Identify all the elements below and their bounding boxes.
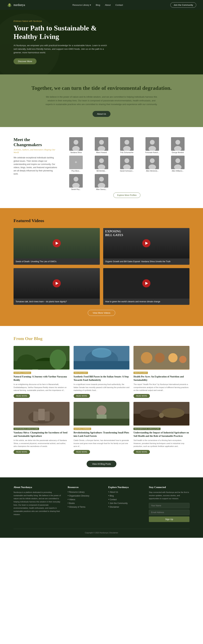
footer-link-join[interactable]: Join the Community bbox=[108, 502, 142, 504]
video-card-1[interactable]: EXPOSINGBILL GATES Organic Growth and Bi… bbox=[103, 228, 190, 265]
nav-resource-library[interactable]: Resource Library ▾ bbox=[72, 4, 91, 6]
blog-card-desc-3: In this article, we delve into the passi… bbox=[14, 439, 70, 448]
footer-grid: About Nurdunya Nurdunya is a platform de… bbox=[14, 486, 190, 522]
svg-point-26 bbox=[150, 158, 154, 163]
footer-link-videos[interactable]: Videos bbox=[68, 498, 102, 501]
changer-plus[interactable]: + Plus More... bbox=[64, 156, 88, 172]
changer-fritz[interactable]: Fritz Schumacher bbox=[115, 137, 138, 154]
svg-point-35 bbox=[99, 177, 104, 182]
changer-howard[interactable]: Albert Howard bbox=[90, 137, 113, 154]
footer-signup-button[interactable]: Sign Up bbox=[149, 516, 190, 522]
blog-card-desc-4: Caleb Omoto, a Kenyan farmer, has demons… bbox=[74, 439, 130, 448]
nav-blog[interactable]: Blog bbox=[96, 4, 100, 6]
svg-rect-53 bbox=[38, 409, 45, 420]
read-more-button-4[interactable]: READ MORE bbox=[74, 450, 90, 454]
blog-card-title-1: Synthetic Food Bill Passes in the Italia… bbox=[74, 375, 130, 382]
hero-section: Embrace Nature with Nurdunya Your Path t… bbox=[0, 10, 203, 74]
video-thumb-1: EXPOSINGBILL GATES bbox=[103, 228, 190, 258]
video-thumb-2 bbox=[14, 268, 100, 298]
video-label-3: How to green the world's deserts and rev… bbox=[103, 298, 190, 305]
footer-link-contact[interactable]: Contact bbox=[108, 498, 142, 501]
footer-link-books[interactable]: Books bbox=[68, 502, 102, 504]
blog-card-5[interactable]: REGENERATIVE AGRICULTURE Understanding t… bbox=[134, 402, 190, 454]
video-card-3[interactable]: How to green the world's deserts and rev… bbox=[103, 268, 190, 305]
read-more-button-5[interactable]: READ MORE bbox=[134, 450, 150, 454]
changer-name-5: Plus More... bbox=[64, 170, 88, 172]
footer-link-disclaimer[interactable]: Disclaimer bbox=[108, 506, 142, 508]
footer-explore-col: Explore Nurdunya About Us Blog Contact J… bbox=[108, 486, 142, 522]
changer-fortunate[interactable]: Fortunate Kwech... bbox=[140, 137, 164, 154]
read-more-button-1[interactable]: READ MORE bbox=[74, 394, 90, 398]
video-card-0[interactable]: Seeds of Death: Unveiling The Lies of GM… bbox=[14, 228, 100, 265]
changer-name-6: Bill McKibb... bbox=[90, 170, 113, 172]
view-more-videos-button[interactable]: View More Videos bbox=[88, 310, 115, 316]
svg-point-6 bbox=[99, 140, 104, 145]
about-us-button[interactable]: About Us bbox=[92, 111, 110, 117]
changer-name-0: Vandana Shiva bbox=[64, 152, 88, 154]
changer-allen-m[interactable]: Allen McGinnis... bbox=[140, 156, 164, 172]
view-all-blog-button[interactable]: View All Blog Posts bbox=[86, 461, 116, 467]
nav-links: Resource Library ▾ Blog About Contact bbox=[72, 4, 123, 6]
blog-card-3[interactable]: SUSTAINABLE AGRICULTURE Vandana Shiva: C… bbox=[14, 402, 70, 454]
changer-george[interactable]: George Monbiot bbox=[166, 137, 190, 154]
hero-description: At Nurdunya, we empower you with practic… bbox=[14, 44, 108, 54]
footer-about-title: About Nurdunya bbox=[14, 486, 61, 489]
navbar: nurdunya Resource Library ▾ Blog About C… bbox=[0, 0, 203, 10]
changer-allan[interactable]: Allan Savory... bbox=[90, 174, 113, 190]
changer-daniel[interactable]: Daniel Schmann... bbox=[115, 156, 138, 172]
blog-card-0[interactable]: NATURAL FARMING Natural Farming: A Journ… bbox=[14, 346, 70, 398]
blog-card-4[interactable]: NATURAL FARMING Revolutionizing Agricult… bbox=[74, 402, 130, 454]
blog-card-desc-2: The report "Health Per Acre" by Nurdunya… bbox=[134, 383, 190, 392]
footer-about-col: About Nurdunya Nurdunya is a platform de… bbox=[14, 486, 61, 522]
read-more-button-3[interactable]: READ MORE bbox=[14, 450, 30, 454]
blog-card-title-4: Revolutionizing Agriculture: Transformin… bbox=[74, 431, 130, 438]
svg-point-12 bbox=[150, 140, 154, 145]
footer-link-resource-library[interactable]: Resource Library bbox=[68, 491, 102, 494]
changer-bill[interactable]: Bill McKibb... bbox=[90, 156, 113, 172]
changer-allen-w[interactable]: Allen Williams... bbox=[166, 156, 190, 172]
changemakers-section: Meet the Changemakers Activists, Authors… bbox=[0, 127, 203, 208]
read-more-button-2[interactable]: READ MORE bbox=[134, 394, 150, 398]
footer-link-blog[interactable]: Blog bbox=[108, 494, 142, 497]
explore-profiles-wrap: Explore More Profiles bbox=[64, 192, 190, 198]
changer-name-7: Daniel Schmann... bbox=[115, 170, 138, 172]
discover-more-button[interactable]: Discover More bbox=[14, 58, 36, 64]
blog-category-0: NATURAL FARMING bbox=[14, 372, 31, 374]
blog-img-1 bbox=[74, 346, 130, 370]
videos-more: View More Videos bbox=[14, 310, 190, 316]
footer-name-input[interactable] bbox=[149, 503, 190, 508]
video-card-2[interactable]: Tomatoes talk, birch trees learn – do pl… bbox=[14, 268, 100, 305]
footer-email-input[interactable] bbox=[149, 510, 190, 515]
play-button-3[interactable] bbox=[142, 279, 150, 288]
changer-name-1: Albert Howard bbox=[90, 152, 113, 154]
footer-stay-desc: Stay connected with Nurdunya and be the … bbox=[149, 491, 190, 500]
play-button-1[interactable] bbox=[142, 239, 150, 247]
blog-title: From Our Blog bbox=[14, 336, 190, 341]
blog-category-1: HEALTH & DIET bbox=[74, 372, 88, 374]
quote-section: Together, we can turn the tide of enviro… bbox=[0, 74, 203, 127]
blog-card-1[interactable]: HEALTH & DIET Synthetic Food Bill Passes… bbox=[74, 346, 130, 398]
changer-vandana[interactable]: Vandana Shiva bbox=[64, 137, 88, 154]
view-all-wrap: View All Blog Posts bbox=[14, 461, 190, 467]
videos-grid: Seeds of Death: Unveiling The Lies of GM… bbox=[14, 228, 190, 305]
changer-img-9 bbox=[171, 156, 184, 169]
logo[interactable]: nurdunya bbox=[7, 2, 25, 8]
join-community-button[interactable]: Join the Community bbox=[170, 2, 196, 8]
nav-contact[interactable]: Contact bbox=[115, 4, 123, 6]
changemakers-title: Meet the Changemakers bbox=[14, 137, 58, 147]
read-more-button-0[interactable]: READ MORE bbox=[14, 394, 30, 398]
explore-profiles-button[interactable]: Explore More Profiles bbox=[113, 192, 140, 198]
footer-link-org-dir[interactable]: Organization Directory bbox=[68, 494, 102, 497]
footer-link-about[interactable]: About Us bbox=[108, 491, 142, 494]
blog-card-2[interactable]: HEALTH & DIET Health Per Acre: An Explor… bbox=[134, 346, 190, 398]
play-button-0[interactable] bbox=[52, 239, 61, 247]
svg-point-45 bbox=[92, 348, 112, 358]
footer-link-glossary[interactable]: Glossary of Terms bbox=[68, 506, 102, 508]
footer-stay-title: Stay Connected bbox=[149, 486, 190, 489]
nav-about[interactable]: About bbox=[105, 4, 111, 6]
changer-sandri[interactable]: Sandri Roy... bbox=[64, 174, 88, 190]
play-button-2[interactable] bbox=[52, 279, 61, 288]
changer-img-6 bbox=[95, 156, 108, 169]
changemakers-right: Vandana Shiva Albert Howard Fritz Schuma… bbox=[64, 137, 190, 198]
changer-img-10 bbox=[69, 174, 83, 188]
